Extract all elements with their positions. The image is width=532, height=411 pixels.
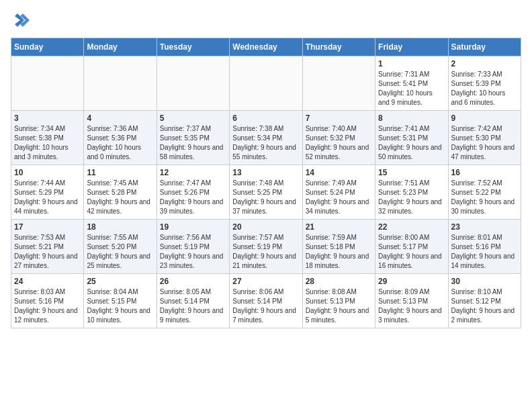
header-cell-monday: Monday <box>84 38 157 56</box>
day-cell: 7Sunrise: 7:40 AM Sunset: 5:32 PM Daylig… <box>302 111 375 165</box>
day-cell <box>302 56 375 111</box>
day-cell <box>84 56 157 111</box>
day-cell: 23Sunrise: 8:01 AM Sunset: 5:16 PM Dayli… <box>448 220 521 274</box>
day-info: Sunrise: 7:57 AM Sunset: 5:19 PM Dayligh… <box>232 233 299 271</box>
day-number: 10 <box>14 168 81 177</box>
day-cell: 18Sunrise: 7:55 AM Sunset: 5:20 PM Dayli… <box>84 220 157 274</box>
header-cell-sunday: Sunday <box>11 38 84 56</box>
calendar-header-row: SundayMondayTuesdayWednesdayThursdayFrid… <box>11 38 521 56</box>
day-cell: 8Sunrise: 7:41 AM Sunset: 5:31 PM Daylig… <box>375 111 448 165</box>
header-cell-tuesday: Tuesday <box>157 38 229 56</box>
day-number: 29 <box>378 277 445 286</box>
header <box>11 11 521 30</box>
day-info: Sunrise: 7:40 AM Sunset: 5:32 PM Dayligh… <box>306 124 372 162</box>
day-info: Sunrise: 7:53 AM Sunset: 5:21 PM Dayligh… <box>14 233 81 271</box>
logo-icon <box>11 11 30 30</box>
day-info: Sunrise: 7:49 AM Sunset: 5:24 PM Dayligh… <box>306 179 372 216</box>
day-number: 24 <box>14 277 81 286</box>
day-cell: 27Sunrise: 8:06 AM Sunset: 5:14 PM Dayli… <box>230 274 302 328</box>
day-info: Sunrise: 7:48 AM Sunset: 5:25 PM Dayligh… <box>232 179 299 216</box>
day-number: 19 <box>160 222 226 232</box>
day-number: 8 <box>378 113 445 123</box>
day-number: 23 <box>451 222 518 232</box>
day-cell: 28Sunrise: 8:08 AM Sunset: 5:13 PM Dayli… <box>302 274 375 328</box>
day-number: 2 <box>451 59 518 68</box>
day-info: Sunrise: 7:52 AM Sunset: 5:22 PM Dayligh… <box>451 179 518 216</box>
day-cell: 10Sunrise: 7:44 AM Sunset: 5:29 PM Dayli… <box>11 165 84 220</box>
day-number: 20 <box>232 222 299 232</box>
day-number: 3 <box>14 113 81 123</box>
day-number: 11 <box>87 168 153 177</box>
day-info: Sunrise: 7:38 AM Sunset: 5:34 PM Dayligh… <box>232 124 299 162</box>
day-info: Sunrise: 8:01 AM Sunset: 5:16 PM Dayligh… <box>451 233 518 271</box>
day-info: Sunrise: 8:04 AM Sunset: 5:15 PM Dayligh… <box>87 287 153 325</box>
day-number: 17 <box>14 222 81 232</box>
day-info: Sunrise: 8:05 AM Sunset: 5:14 PM Dayligh… <box>160 287 226 325</box>
day-number: 15 <box>378 168 445 177</box>
week-row-1: 1Sunrise: 7:31 AM Sunset: 5:41 PM Daylig… <box>11 56 521 111</box>
day-cell: 25Sunrise: 8:04 AM Sunset: 5:15 PM Dayli… <box>84 274 157 328</box>
day-cell <box>230 56 302 111</box>
header-cell-saturday: Saturday <box>448 38 521 56</box>
day-number: 6 <box>232 113 299 123</box>
day-number: 4 <box>87 113 153 123</box>
day-cell: 5Sunrise: 7:37 AM Sunset: 5:35 PM Daylig… <box>157 111 229 165</box>
day-cell: 12Sunrise: 7:47 AM Sunset: 5:26 PM Dayli… <box>157 165 229 220</box>
day-info: Sunrise: 7:33 AM Sunset: 5:39 PM Dayligh… <box>451 70 518 107</box>
day-number: 16 <box>451 168 518 177</box>
day-cell: 14Sunrise: 7:49 AM Sunset: 5:24 PM Dayli… <box>302 165 375 220</box>
day-cell: 26Sunrise: 8:05 AM Sunset: 5:14 PM Dayli… <box>157 274 229 328</box>
day-cell: 20Sunrise: 7:57 AM Sunset: 5:19 PM Dayli… <box>230 220 302 274</box>
day-number: 12 <box>160 168 226 177</box>
day-cell: 22Sunrise: 8:00 AM Sunset: 5:17 PM Dayli… <box>375 220 448 274</box>
day-info: Sunrise: 7:59 AM Sunset: 5:18 PM Dayligh… <box>306 233 372 271</box>
day-info: Sunrise: 7:56 AM Sunset: 5:19 PM Dayligh… <box>160 233 226 271</box>
day-number: 30 <box>451 277 518 286</box>
day-number: 9 <box>451 113 518 123</box>
day-cell <box>11 56 84 111</box>
day-number: 21 <box>306 222 372 232</box>
week-row-4: 17Sunrise: 7:53 AM Sunset: 5:21 PM Dayli… <box>11 220 521 274</box>
week-row-2: 3Sunrise: 7:34 AM Sunset: 5:38 PM Daylig… <box>11 111 521 165</box>
day-cell: 15Sunrise: 7:51 AM Sunset: 5:23 PM Dayli… <box>375 165 448 220</box>
day-number: 25 <box>87 277 153 286</box>
logo <box>11 11 31 30</box>
day-info: Sunrise: 8:09 AM Sunset: 5:13 PM Dayligh… <box>378 287 445 325</box>
week-row-5: 24Sunrise: 8:03 AM Sunset: 5:16 PM Dayli… <box>11 274 521 328</box>
day-info: Sunrise: 8:06 AM Sunset: 5:14 PM Dayligh… <box>232 287 299 325</box>
day-info: Sunrise: 8:08 AM Sunset: 5:13 PM Dayligh… <box>306 287 372 325</box>
header-cell-friday: Friday <box>375 38 448 56</box>
day-info: Sunrise: 8:00 AM Sunset: 5:17 PM Dayligh… <box>378 233 445 271</box>
day-cell: 24Sunrise: 8:03 AM Sunset: 5:16 PM Dayli… <box>11 274 84 328</box>
day-info: Sunrise: 7:34 AM Sunset: 5:38 PM Dayligh… <box>14 124 81 162</box>
day-cell: 3Sunrise: 7:34 AM Sunset: 5:38 PM Daylig… <box>11 111 84 165</box>
day-cell: 13Sunrise: 7:48 AM Sunset: 5:25 PM Dayli… <box>230 165 302 220</box>
day-info: Sunrise: 7:47 AM Sunset: 5:26 PM Dayligh… <box>160 179 226 216</box>
day-info: Sunrise: 7:51 AM Sunset: 5:23 PM Dayligh… <box>378 179 445 216</box>
day-info: Sunrise: 7:44 AM Sunset: 5:29 PM Dayligh… <box>14 179 81 216</box>
day-number: 5 <box>160 113 226 123</box>
day-cell: 4Sunrise: 7:36 AM Sunset: 5:36 PM Daylig… <box>84 111 157 165</box>
day-cell: 21Sunrise: 7:59 AM Sunset: 5:18 PM Dayli… <box>302 220 375 274</box>
day-cell: 6Sunrise: 7:38 AM Sunset: 5:34 PM Daylig… <box>230 111 302 165</box>
day-number: 27 <box>232 277 299 286</box>
day-cell: 29Sunrise: 8:09 AM Sunset: 5:13 PM Dayli… <box>375 274 448 328</box>
day-number: 13 <box>232 168 299 177</box>
day-info: Sunrise: 7:31 AM Sunset: 5:41 PM Dayligh… <box>378 70 445 107</box>
calendar-body: 1Sunrise: 7:31 AM Sunset: 5:41 PM Daylig… <box>11 56 521 328</box>
day-info: Sunrise: 7:41 AM Sunset: 5:31 PM Dayligh… <box>378 124 445 162</box>
day-cell <box>157 56 229 111</box>
day-cell: 1Sunrise: 7:31 AM Sunset: 5:41 PM Daylig… <box>375 56 448 111</box>
day-info: Sunrise: 8:03 AM Sunset: 5:16 PM Dayligh… <box>14 287 81 325</box>
day-number: 14 <box>306 168 372 177</box>
day-cell: 30Sunrise: 8:10 AM Sunset: 5:12 PM Dayli… <box>448 274 521 328</box>
calendar-table: SundayMondayTuesdayWednesdayThursdayFrid… <box>11 38 521 328</box>
day-info: Sunrise: 7:45 AM Sunset: 5:28 PM Dayligh… <box>87 179 153 216</box>
day-cell: 2Sunrise: 7:33 AM Sunset: 5:39 PM Daylig… <box>448 56 521 111</box>
day-cell: 17Sunrise: 7:53 AM Sunset: 5:21 PM Dayli… <box>11 220 84 274</box>
week-row-3: 10Sunrise: 7:44 AM Sunset: 5:29 PM Dayli… <box>11 165 521 220</box>
day-info: Sunrise: 8:10 AM Sunset: 5:12 PM Dayligh… <box>451 287 518 325</box>
day-number: 22 <box>378 222 445 232</box>
day-cell: 11Sunrise: 7:45 AM Sunset: 5:28 PM Dayli… <box>84 165 157 220</box>
day-number: 7 <box>306 113 372 123</box>
